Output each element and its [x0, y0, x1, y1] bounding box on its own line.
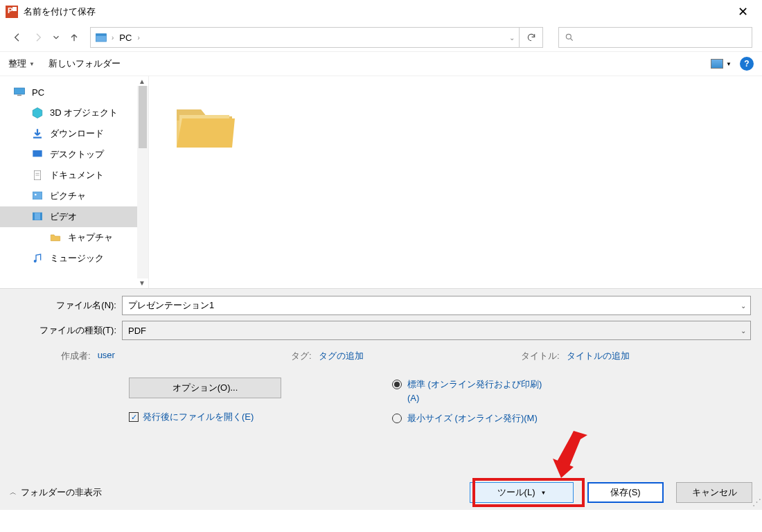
app-icon — [6, 6, 18, 18]
organize-menu[interactable]: 整理▼ — [8, 57, 35, 70]
forward-button — [30, 30, 46, 45]
search-input[interactable] — [558, 27, 752, 48]
svg-line-3 — [571, 39, 573, 41]
tree-item-capture[interactable]: キャプチャ — [0, 227, 148, 248]
radio-icon — [392, 414, 402, 423]
meta-tag[interactable]: タグ: タグの追加 — [291, 350, 521, 362]
filetype-select[interactable]: PDF ⌄ — [122, 321, 751, 340]
filename-label: ファイル名(N): — [11, 299, 122, 312]
document-icon — [30, 169, 44, 181]
meta-author[interactable]: 作成者: user — [61, 350, 291, 362]
radio-icon — [392, 380, 402, 389]
tree-label: PC — [32, 87, 44, 98]
meta-value: タグの追加 — [319, 350, 364, 362]
scroll-up-icon[interactable]: ▲ — [139, 78, 145, 85]
tree-item-3d-objects[interactable]: 3D オブジェクト — [0, 103, 148, 123]
chevron-up-icon: ︿ — [10, 488, 17, 497]
filename-value: プレゼンテーション1 — [128, 299, 214, 312]
checkbox-icon: ✓ — [129, 412, 139, 422]
address-bar[interactable]: › PC › ⌄ — [90, 27, 520, 48]
new-folder-label: 新しいフォルダー — [48, 57, 121, 70]
tree-label: ダウンロード — [50, 127, 104, 140]
folder-item[interactable] — [170, 89, 239, 158]
desktop-icon — [30, 148, 44, 161]
tree-item-videos[interactable]: ビデオ — [0, 206, 148, 227]
chevron-down-icon[interactable]: ⌄ — [741, 327, 746, 335]
svg-point-16 — [34, 260, 37, 263]
chevron-down-icon[interactable]: ⌄ — [741, 302, 746, 310]
svg-point-2 — [566, 34, 571, 39]
cancel-button[interactable]: キャンセル — [676, 482, 752, 503]
tree-label: キャプチャ — [68, 231, 113, 244]
tools-menu[interactable]: ツール(L) ▼ — [470, 482, 574, 503]
new-folder-button[interactable]: 新しいフォルダー — [48, 57, 121, 70]
svg-rect-1 — [96, 34, 107, 36]
file-list-area[interactable] — [149, 76, 762, 288]
chevron-down-icon[interactable]: ⌄ — [509, 34, 515, 42]
optimize-standard-radio[interactable]: 標準 (オンライン発行および印刷)(A) — [392, 378, 553, 405]
radio-label: 標準 (オンライン発行および印刷)(A) — [407, 378, 553, 405]
meta-label: タイトル: — [521, 350, 560, 362]
breadcrumb-pc[interactable]: PC — [118, 33, 133, 43]
svg-point-12 — [35, 194, 37, 196]
folder-icon — [48, 231, 62, 244]
meta-value: タイトルの追加 — [567, 350, 630, 362]
search-icon — [565, 33, 574, 42]
tree-item-downloads[interactable]: ダウンロード — [0, 123, 148, 144]
svg-rect-7 — [33, 150, 42, 157]
tree-item-music[interactable]: ミュージック — [0, 248, 148, 269]
hide-folders-button[interactable]: ︿ フォルダーの非表示 — [10, 486, 102, 499]
radio-label: 最小サイズ (オンライン発行)(M) — [407, 411, 538, 425]
pc-icon — [12, 86, 26, 98]
cube-icon — [30, 107, 44, 119]
back-button[interactable] — [10, 30, 25, 45]
organize-label: 整理 — [8, 57, 26, 70]
close-icon[interactable]: ✕ — [729, 4, 756, 19]
cancel-label: キャンセル — [692, 486, 737, 499]
tree-label: ピクチャ — [50, 190, 86, 202]
svg-rect-14 — [33, 213, 35, 220]
picture-icon — [30, 190, 44, 202]
music-icon — [30, 252, 44, 265]
recent-dropdown[interactable] — [51, 30, 61, 45]
options-button-label: オプション(O)... — [172, 382, 238, 394]
save-label: 保存(S) — [610, 486, 640, 499]
svg-rect-4 — [15, 88, 25, 94]
svg-rect-15 — [40, 213, 42, 220]
resize-grip[interactable]: ⋰ — [752, 497, 759, 507]
filename-input[interactable]: プレゼンテーション1 ⌄ — [122, 296, 751, 315]
svg-marker-18 — [553, 459, 574, 478]
options-button[interactable]: オプション(O)... — [129, 378, 281, 398]
tree-item-pc[interactable]: PC — [0, 82, 148, 103]
meta-label: タグ: — [291, 350, 312, 362]
chevron-right-icon: › — [112, 34, 114, 42]
window-title: 名前を付けて保存 — [24, 6, 729, 18]
download-icon — [30, 127, 44, 140]
svg-rect-5 — [17, 95, 21, 96]
tree-item-documents[interactable]: ドキュメント — [0, 165, 148, 186]
refresh-button[interactable] — [520, 27, 543, 48]
scroll-down-icon[interactable]: ▼ — [139, 279, 145, 287]
help-button[interactable]: ? — [740, 57, 754, 71]
open-after-checkbox[interactable]: ✓ 発行後にファイルを開く(E) — [129, 411, 392, 423]
tools-label: ツール(L) — [497, 486, 535, 499]
tree-item-pictures[interactable]: ピクチャ — [0, 186, 148, 206]
chevron-right-icon: › — [137, 34, 139, 42]
tree-label: ドキュメント — [50, 169, 104, 181]
view-mode-button[interactable]: ▼ — [711, 59, 732, 69]
svg-rect-6 — [33, 137, 42, 139]
checkbox-label: 発行後にファイルを開く(E) — [143, 411, 254, 423]
tree-item-desktop[interactable]: デスクトップ — [0, 144, 148, 165]
tree-scrollbar[interactable] — [137, 86, 148, 278]
filetype-value: PDF — [128, 326, 146, 336]
tree-label: 3D オブジェクト — [50, 107, 118, 119]
meta-label: 作成者: — [61, 350, 91, 362]
save-button[interactable]: 保存(S) — [587, 482, 664, 503]
annotation-arrow — [540, 429, 589, 478]
optimize-minimum-radio[interactable]: 最小サイズ (オンライン発行)(M) — [392, 411, 553, 425]
up-button[interactable] — [67, 30, 82, 45]
tree-label: ミュージック — [50, 252, 104, 265]
tree-label: ビデオ — [50, 211, 77, 223]
navigation-tree[interactable]: ▲ PC 3D オブジェクト ダウンロード デスクトップ ドキュメント — [0, 76, 149, 288]
meta-title[interactable]: タイトル: タイトルの追加 — [521, 350, 751, 362]
